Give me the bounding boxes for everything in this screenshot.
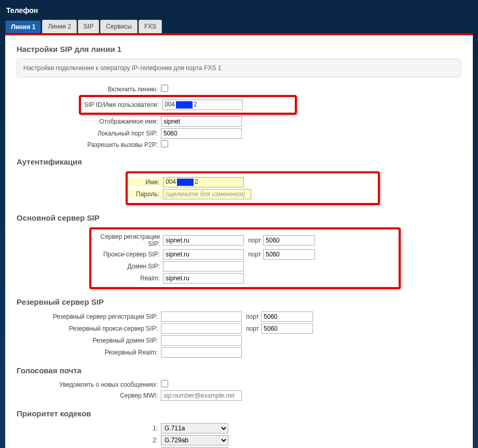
label-mwi: Сервер MWI:: [17, 392, 161, 399]
heading-voicemail: Голосовая почта: [17, 366, 461, 375]
select-codec-1[interactable]: G.711a: [161, 423, 228, 433]
input-b-reg[interactable]: [161, 311, 242, 322]
input-display-name[interactable]: [161, 116, 242, 127]
select-codec-2[interactable]: G.729ab: [161, 435, 228, 445]
input-auth-name[interactable]: [163, 177, 244, 187]
heading-sip-settings: Настройки SIP для линии 1: [17, 45, 461, 53]
input-auth-pass[interactable]: [163, 189, 251, 199]
input-b-realm[interactable]: [161, 347, 242, 358]
input-realm[interactable]: [163, 273, 244, 283]
page-title: Телефон: [5, 4, 473, 20]
label-sip-id: SIP ID/Имя пользователя:: [81, 101, 162, 108]
input-b-proxy[interactable]: [161, 323, 242, 334]
input-proxy-port[interactable]: [263, 249, 315, 260]
label-b-reg-port: порт: [246, 313, 259, 320]
label-display-name: Отображаемое имя:: [17, 118, 161, 125]
tab-fxs[interactable]: FXS: [139, 20, 162, 33]
tab-line2[interactable]: Линия 2: [42, 20, 76, 33]
tabs: Линия 1 Линия 2 SIP Сервисы FXS: [5, 20, 473, 33]
input-local-port[interactable]: [161, 128, 242, 139]
label-codec-2: 2:: [17, 437, 161, 444]
label-enable-line: Включить линию:: [17, 86, 161, 93]
label-reg-port: порт: [248, 237, 261, 244]
label-vm-notify: Уведомлять о новых сообщениях:: [17, 381, 161, 388]
label-auth-name: Имя:: [128, 178, 163, 186]
heading-codec: Приоритет кодеков: [17, 409, 461, 418]
input-b-domain[interactable]: [161, 335, 242, 346]
tab-line1[interactable]: Линия 1: [5, 20, 41, 34]
heading-backup-server: Резервный сервер SIP: [17, 297, 461, 306]
label-b-realm: Резервный Realm:: [17, 349, 161, 356]
label-allow-p2p: Разрешить вызовы P2P:: [17, 141, 161, 148]
input-reg-server[interactable]: [163, 235, 244, 246]
checkbox-enable-line[interactable]: [161, 85, 168, 92]
label-local-port: Локальный порт SIP:: [17, 130, 161, 137]
label-realm: Realm:: [91, 275, 163, 282]
desc-box: Настройки подключения к оператору IP-тел…: [17, 59, 461, 77]
input-reg-port[interactable]: [263, 235, 315, 246]
highlight-main-server: Сервер регистрации SIP: порт Прокси-серв…: [89, 227, 401, 289]
label-auth-pass: Пароль:: [128, 190, 163, 198]
highlight-auth: Имя: 0042 Пароль:: [126, 171, 380, 205]
label-b-proxy: Резервный прокси-сервер SIP:: [17, 325, 161, 332]
tab-sip[interactable]: SIP: [78, 20, 99, 33]
label-proxy-server: Прокси-сервер SIP:: [91, 251, 163, 258]
input-proxy-server[interactable]: [163, 249, 244, 260]
label-reg-server: Сервер регистрации SIP:: [91, 233, 163, 248]
label-b-domain: Резервный домен SIP:: [17, 337, 161, 344]
label-domain: Домен SIP:: [91, 263, 163, 270]
label-b-proxy-port: порт: [246, 325, 259, 332]
input-domain[interactable]: [163, 261, 244, 271]
label-b-reg: Резервный сервер регистрации SIP:: [17, 313, 161, 320]
checkbox-vm-notify[interactable]: [161, 380, 168, 387]
label-codec-1: 1:: [17, 425, 161, 432]
highlight-sip-id: SIP ID/Имя пользователя: 0042: [79, 95, 297, 115]
checkbox-allow-p2p[interactable]: [161, 140, 168, 147]
heading-auth: Аутентификация: [17, 157, 461, 166]
content: Настройки SIP для линии 1 Настройки подк…: [5, 33, 473, 448]
tab-services[interactable]: Сервисы: [100, 20, 138, 33]
input-b-proxy-port[interactable]: [261, 323, 313, 334]
heading-main-server: Основной сервер SIP: [17, 213, 461, 222]
input-b-reg-port[interactable]: [261, 311, 313, 322]
input-sip-id[interactable]: [162, 100, 243, 110]
input-mwi[interactable]: [161, 390, 242, 401]
label-proxy-port: порт: [248, 251, 261, 258]
